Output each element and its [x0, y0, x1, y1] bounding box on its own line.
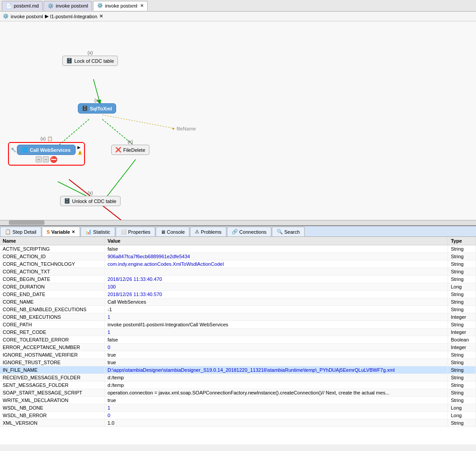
unlock-cdc-box[interactable]: 🗄️ Unlock of CDC table: [60, 196, 121, 206]
var-value-cell: false: [105, 245, 448, 253]
node-unlock-cdc[interactable]: (x) 🗄️ Unlock of CDC table: [60, 191, 121, 206]
file-delete-box[interactable]: ❌ FileDelete: [111, 145, 149, 155]
breadcrumb-close-icon[interactable]: ✕: [99, 13, 103, 19]
sql-to-xml-box[interactable]: 🗄️ SqlToXml: [78, 103, 116, 114]
table-row[interactable]: CORE_NAMECall WebServicesString: [0, 298, 476, 306]
breadcrumb-root-icon: ⚙️: [3, 13, 9, 19]
table-row[interactable]: CORE_PATHinvoke postxml/l1-postxml-Integ…: [0, 321, 476, 329]
tab-connections[interactable]: 🔗 Connections: [227, 227, 271, 236]
var-type-cell: Integer: [448, 329, 476, 336]
var-type-cell: String: [448, 245, 476, 253]
table-row[interactable]: CORE_NB_ENABLED_EXECUTIONS-1String: [0, 306, 476, 313]
unlock-cdc-label: Unlock of CDC table: [72, 199, 117, 204]
var-name-cell: ERROR_ACCEPTANCE_NUMBER: [0, 344, 105, 351]
call-ws-play-icon[interactable]: ▶: [77, 145, 82, 150]
table-row[interactable]: CORE_BEGIN_DATE2018/12/26 11:33:40.470St…: [0, 276, 476, 283]
table-row[interactable]: IGNORE_HOSTNAME_VERIFIERtrueString: [0, 351, 476, 359]
node-file-delete[interactable]: (x) ❌ FileDelete: [111, 139, 149, 155]
call-ws-box[interactable]: 🌐 Call WebServices: [17, 145, 76, 155]
var-type-cell: String: [448, 291, 476, 298]
var-value-cell: [105, 268, 448, 276]
var-type-cell: Boolean: [448, 336, 476, 344]
table-row[interactable]: SOAP_START_MESSAGE_SCRIPToperation.conne…: [0, 389, 476, 397]
tab-invoke-postxml-2-label: invoke postxml: [105, 3, 137, 8]
var-name-cell: CORE_RET_CODE: [0, 329, 105, 336]
tab-console-label: Console: [167, 229, 185, 235]
call-ws-left-icon: 🔧: [11, 147, 16, 152]
var-type-cell: String: [448, 253, 476, 260]
search-icon: 🔍: [277, 229, 283, 235]
call-ws-copy-icon[interactable]: 📋: [47, 136, 52, 141]
var-value-cell: -1: [105, 306, 448, 313]
table-row[interactable]: CORE_DURATION100Long: [0, 283, 476, 291]
var-type-cell: String: [448, 306, 476, 313]
var-name-cell: RECEIVED_MESSAGES_FOLDER: [0, 374, 105, 382]
filename-label: ✦ fileName: [171, 126, 196, 132]
table-row[interactable]: ACTIVE_SCRIPTINGfalseString: [0, 245, 476, 253]
call-ws-label: Call WebServices: [30, 147, 71, 153]
table-row[interactable]: CORE_ACTION_ID906a847fca7f6ecb6889961e2d…: [0, 253, 476, 260]
tab-problems[interactable]: ⚠ Problems: [190, 227, 226, 236]
table-row[interactable]: CORE_ACTION_TXTString: [0, 268, 476, 276]
node-call-webservices[interactable]: (x) 📋 🔧 🌐 Call WebServices ▶ ⚠️ ↔ → ⛔: [8, 136, 85, 166]
call-ws-btn-1[interactable]: ↔: [36, 156, 42, 163]
tab-close-icon[interactable]: ✕: [140, 3, 144, 8]
col-value-header: Value: [105, 237, 448, 245]
node-lock-cdc[interactable]: (x) 🗄️ Lock of CDC table: [62, 50, 118, 66]
tab-variable-label: Variable: [51, 229, 70, 235]
call-ws-bracket: (x): [40, 136, 46, 141]
var-name-cell: CORE_NAME: [0, 298, 105, 306]
breadcrumb-root[interactable]: invoke postxml: [11, 14, 43, 19]
table-row[interactable]: CORE_END_DATE2018/12/26 11:33:40.570Stri…: [0, 291, 476, 298]
tab-statistic[interactable]: 📊 Statistic: [81, 227, 115, 236]
table-row[interactable]: SENT_MESSAGES_FOLDERd:/tempString: [0, 382, 476, 389]
var-type-cell: String: [448, 374, 476, 382]
canvas-scrollbar[interactable]: [0, 220, 476, 225]
table-row[interactable]: IN_FILE_NAMED:\apps\stambiaDesigner\stam…: [0, 366, 476, 374]
breadcrumb-child[interactable]: l1-postxml-Integration: [50, 14, 97, 19]
table-row[interactable]: CORE_NB_EXECUTIONS1Integer: [0, 313, 476, 321]
var-type-cell: Integer: [448, 313, 476, 321]
tab-step-detail[interactable]: 📋 Step Detail: [0, 227, 41, 236]
tab-properties-label: Properties: [128, 229, 150, 235]
lock-cdc-box[interactable]: 🗄️ Lock of CDC table: [62, 56, 118, 66]
var-value-cell: operation.connection = javax.xml.soap.SO…: [105, 389, 448, 397]
table-row[interactable]: ERROR_ACCEPTANCE_NUMBER0Integer: [0, 344, 476, 351]
table-row[interactable]: CORE_ACTION_TECHNOLOGYcom.indy.engine.ac…: [0, 260, 476, 268]
unlock-cdc-bracket: (x): [88, 191, 93, 195]
call-ws-selected-outline: 🔧 🌐 Call WebServices ▶ ⚠️ ↔ → ⛔: [8, 142, 85, 166]
table-row[interactable]: WSDL_NB_ERROR0Long: [0, 412, 476, 419]
var-name-cell: ACTIVE_SCRIPTING: [0, 245, 105, 253]
var-value-cell: 1: [105, 313, 448, 321]
var-value-cell: d:/temp: [105, 382, 448, 389]
tab-search[interactable]: 🔍 Search: [272, 227, 305, 236]
tab-invoke-postxml-2[interactable]: ⚙️ invoke postxml ✕: [93, 1, 148, 11]
tab-properties[interactable]: ⬜ Properties: [116, 227, 155, 236]
problems-icon: ⚠: [195, 229, 199, 235]
table-row[interactable]: WSDL_NB_DONE1Long: [0, 404, 476, 412]
table-row[interactable]: CORE_RET_CODE1Integer: [0, 329, 476, 336]
lock-cdc-bracket: (x): [88, 50, 93, 55]
var-name-cell: WSDL_NB_ERROR: [0, 412, 105, 419]
var-type-cell: String: [448, 298, 476, 306]
tab-postxml-md[interactable]: 📄 postxml.md: [2, 1, 43, 11]
var-type-cell: String: [448, 389, 476, 397]
table-row[interactable]: RECEIVED_MESSAGES_FOLDERd:/tempString: [0, 374, 476, 382]
tab-invoke-postxml-1-label: invoke postxml: [56, 3, 88, 8]
tab-invoke-postxml-1[interactable]: ⚙️ invoke postxml: [44, 1, 92, 11]
table-row[interactable]: IGNORE_TRUST_STOREtrueString: [0, 359, 476, 366]
tab-variable-close[interactable]: ✕: [72, 230, 75, 234]
table-row[interactable]: XML_VERSION1.0String: [0, 419, 476, 427]
var-name-cell: CORE_PATH: [0, 321, 105, 329]
call-ws-btn-2[interactable]: →: [43, 156, 49, 163]
var-value-cell: 1: [105, 404, 448, 412]
postxml-md-icon: 📄: [6, 3, 12, 9]
col-name-header: Name: [0, 237, 105, 245]
var-type-cell: String: [448, 321, 476, 329]
table-row[interactable]: WRITE_XML_DECLARATIONtrueString: [0, 397, 476, 404]
svg-line-5: [102, 115, 173, 128]
table-row[interactable]: CORE_TOLERATED_ERRORfalseBoolean: [0, 336, 476, 344]
tab-variable[interactable]: S Variable ✕: [42, 227, 81, 236]
tab-console[interactable]: 🖥 Console: [156, 227, 190, 236]
node-sql-to-xml[interactable]: (x) 🗄️ SqlToXml: [78, 98, 116, 114]
